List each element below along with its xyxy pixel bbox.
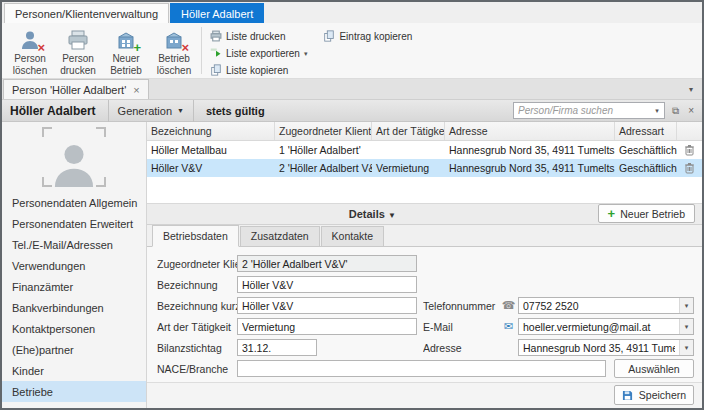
column-header-art-der-taetigkeit[interactable]: Art der Tätigkeit	[372, 122, 445, 140]
sidebar-item-bankverbindungen[interactable]: Bankverbindungen	[2, 297, 146, 318]
column-header-zugeordneter-klient[interactable]: Zugeordneter Klient	[275, 122, 372, 140]
cell-bezeichnung: Höller V&V	[147, 159, 275, 177]
bezeichnung-kurz-field[interactable]	[237, 297, 417, 314]
sidebar-item-ehepartner[interactable]: (Ehe)partner	[2, 339, 146, 360]
person-loeschen-button[interactable]: × Person löschen	[6, 26, 54, 76]
telefonnummer-combo: ▾	[518, 297, 694, 314]
form-row: Bezeichnung kurz Telefonnummer ☎ ▾	[157, 297, 694, 315]
sidebar-item-personendaten-allgemein[interactable]: Personendaten Allgemein	[2, 192, 146, 213]
details-toggle[interactable]: Details ▼	[147, 208, 598, 220]
telefonnummer-field[interactable]	[519, 298, 679, 313]
liste-drucken-button[interactable]: Liste drucken	[207, 29, 310, 44]
art-der-taetigkeit-field[interactable]	[237, 318, 417, 335]
copy-icon	[210, 64, 222, 78]
delete-row-icon[interactable]	[677, 159, 702, 177]
table-header: Bezeichnung Zugeordneter Klient Art der …	[147, 122, 702, 141]
export-icon	[210, 47, 222, 61]
sidebar-item-finanzaemter[interactable]: Finanzämter	[2, 276, 146, 297]
chevron-down-icon[interactable]: ▾	[650, 107, 664, 115]
liste-exportieren-button[interactable]: Liste exportieren ▾	[207, 46, 310, 61]
sidebar-item-kinder[interactable]: Kinder	[2, 360, 146, 381]
bezeichnung-field[interactable]	[237, 276, 417, 293]
sidebar-item-kontaktpersonen[interactable]: Kontaktpersonen	[2, 318, 146, 339]
plus-icon: +	[608, 207, 616, 220]
person-drucken-button[interactable]: Person drucken	[54, 26, 102, 76]
save-icon	[622, 390, 633, 401]
bezeichnung-label: Bezeichnung	[157, 279, 237, 291]
cell-taetigkeit: Vermietung	[372, 159, 445, 177]
zugeordneter-klient-field[interactable]	[237, 255, 417, 272]
close-icon[interactable]: ×	[133, 84, 139, 96]
eintrag-kopieren-button[interactable]: Eintrag kopieren	[320, 29, 415, 44]
tab-personen-klientenverwaltung[interactable]: Personen/Klientenverwaltung	[4, 3, 169, 23]
neuer-betrieb-button[interactable]: + Neuer Betrieb	[598, 204, 695, 223]
phone-icon: ☎	[499, 299, 518, 312]
cell-adresse: Hannesgrub Nord 35, 4911 Tumelts...	[445, 159, 615, 177]
adresse-field[interactable]	[519, 340, 679, 355]
table-row[interactable]: Höller Metallbau 1 'Höller Adalbert' Han…	[147, 141, 702, 159]
sidebar-menu: Personendaten Allgemein Personendaten Er…	[2, 192, 146, 402]
toolbar: × Person löschen Person drucken + Neuer …	[2, 23, 702, 79]
chevron-down-icon[interactable]: ▾	[679, 340, 693, 355]
button-label: Liste drucken	[226, 31, 285, 42]
app-window: Personen/Klientenverwaltung Höller Adalb…	[0, 0, 704, 410]
neuer-betrieb-toolbar-button[interactable]: + Neuer Betrieb	[102, 26, 150, 76]
form-row: Art der Tätigkeit E-Mail ✉ ▾	[157, 318, 694, 336]
button-label: Speichern	[639, 389, 686, 401]
sidebar-item-verwendungen[interactable]: Verwendungen	[2, 255, 146, 276]
tab-hoeller-adalbert[interactable]: Höller Adalbert	[170, 3, 264, 23]
nace-branche-field[interactable]	[237, 360, 606, 377]
search-input[interactable]	[514, 103, 650, 118]
column-header-adressart[interactable]: Adressart	[615, 122, 677, 140]
email-field[interactable]	[519, 319, 679, 334]
bezeichnung-kurz-label: Bezeichnung kurz	[157, 300, 237, 312]
validity-label: stets gültig	[194, 105, 277, 117]
copy-icon	[323, 30, 335, 44]
betriebsdaten-form: Zugeordneter Klient Bezeichnung Bezeichn…	[147, 247, 702, 382]
doc-tab-person-hoeller-adalbert[interactable]: Person 'Höller Adalbert' ×	[3, 79, 149, 99]
art-der-taetigkeit-label: Art der Tätigkeit	[157, 321, 237, 333]
sidebar-item-tel-email-adressen[interactable]: Tel./E-Mail/Adressen	[2, 234, 146, 255]
liste-kopieren-button[interactable]: Liste kopieren	[207, 63, 310, 78]
main-panel: Bezeichnung Zugeordneter Klient Art der …	[147, 122, 702, 408]
column-header-bezeichnung[interactable]: Bezeichnung	[147, 122, 275, 140]
zugeordneter-klient-label: Zugeordneter Klient	[157, 258, 237, 270]
tab-kontakte[interactable]: Kontakte	[321, 226, 384, 246]
sidebar-item-personendaten-erweitert[interactable]: Personendaten Erweitert	[2, 213, 146, 234]
table-row-selected[interactable]: Höller V&V 2 'Höller Adalbert V&V' Vermi…	[147, 159, 702, 177]
tab-list-chevron-icon[interactable]: ▾	[680, 85, 702, 94]
red-x-icon: ×	[37, 41, 45, 54]
new-business-icon: +	[114, 28, 138, 52]
sidebar-item-betriebe[interactable]: Betriebe	[2, 381, 146, 402]
form-row: Bilanzstichtag Adresse ▾	[157, 339, 694, 357]
close-icon[interactable]: ×	[686, 105, 696, 116]
generation-dropdown[interactable]: Generation ▼	[108, 100, 194, 122]
generation-label: Generation	[118, 105, 172, 117]
delete-row-icon[interactable]	[677, 141, 702, 159]
page-title: Höller Adalbert	[2, 104, 108, 118]
button-label: Liste kopieren	[226, 65, 288, 76]
adresse-combo: ▾	[518, 339, 694, 356]
table-empty-space	[147, 177, 702, 203]
tab-zusatzdaten[interactable]: Zusatzdaten	[240, 226, 320, 246]
chevron-down-icon[interactable]: ▾	[679, 298, 693, 313]
cell-taetigkeit	[372, 141, 445, 159]
popout-icon[interactable]: ⧉	[670, 105, 681, 117]
button-label: Eintrag kopieren	[339, 31, 412, 42]
betrieb-loeschen-button[interactable]: × Betrieb löschen	[150, 26, 198, 76]
chevron-down-icon[interactable]: ▾	[679, 319, 693, 334]
email-label: E-Mail	[423, 321, 499, 333]
search-area: ▾ ⧉ ×	[513, 102, 702, 119]
save-button[interactable]: Speichern	[614, 385, 694, 405]
column-header-actions	[677, 122, 702, 140]
column-header-adresse[interactable]: Adresse	[445, 122, 615, 140]
auswaehlen-button[interactable]: Auswählen	[614, 359, 694, 378]
bilanzstichtag-field[interactable]	[237, 339, 317, 356]
green-plus-icon: +	[133, 41, 141, 54]
nace-branche-label: NACE/Branche	[157, 363, 237, 375]
top-tab-strip: Personen/Klientenverwaltung Höller Adalb…	[2, 2, 702, 23]
tab-betriebsdaten[interactable]: Betriebsdaten	[152, 225, 239, 247]
printer-icon	[66, 28, 90, 52]
details-label: Details	[349, 208, 385, 220]
button-label: Betrieb	[110, 65, 142, 77]
